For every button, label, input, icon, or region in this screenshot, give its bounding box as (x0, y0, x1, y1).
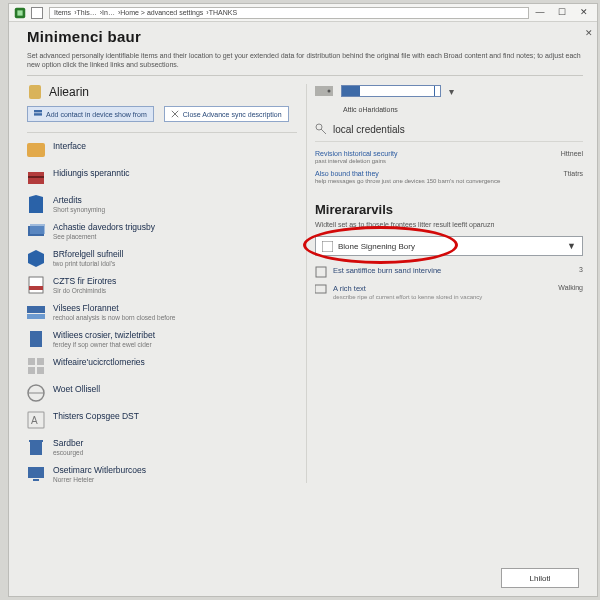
list-item[interactable]: Witfeaire'ucicrctlomeries (27, 357, 297, 375)
svg-rect-26 (30, 442, 42, 455)
storage-label: Attic oHaridations (343, 106, 583, 113)
svg-rect-3 (34, 110, 42, 112)
divider (315, 141, 583, 142)
svg-line-33 (321, 129, 326, 134)
globe-icon (27, 384, 45, 402)
svg-rect-17 (30, 331, 42, 347)
list-item[interactable]: Witliees crosier, twizletribetferdey if … (27, 330, 297, 348)
svg-rect-7 (27, 143, 45, 157)
credentials-heading: local credentials (315, 123, 583, 135)
drive-icon (27, 303, 45, 321)
divider (27, 75, 583, 76)
document-icon (27, 276, 45, 294)
page-title: Minimenci baur (27, 28, 583, 45)
hard-drive-icon (315, 84, 333, 98)
list-item[interactable]: CZTS fir EirotresSir do Orchimindis (27, 276, 297, 294)
svg-text:A: A (31, 415, 38, 426)
stack-icon (34, 110, 42, 118)
gift-icon (27, 168, 45, 186)
column-divider (306, 84, 307, 483)
svg-rect-13 (29, 277, 43, 293)
svg-rect-15 (27, 306, 45, 313)
svg-point-31 (328, 90, 331, 93)
minimize-button[interactable]: — (535, 8, 545, 18)
storage-bar (341, 85, 441, 97)
signing-dropdown[interactable]: Blone Signening Bory ▼ (315, 236, 583, 256)
list-item[interactable]: AThisters Copsgee DST (27, 411, 297, 429)
key-icon (315, 123, 327, 135)
svg-rect-14 (29, 286, 43, 290)
svg-rect-1 (17, 10, 22, 15)
shirt-icon (27, 195, 45, 213)
list-item[interactable]: Interface (27, 141, 297, 159)
close-dialog-button[interactable]: Lhilotl (501, 568, 579, 588)
svg-marker-12 (28, 250, 44, 267)
link-row[interactable]: Revision historical securitypast interva… (315, 150, 583, 164)
list-item[interactable]: ArteditsShort synonyming (27, 195, 297, 213)
breadcrumb[interactable]: Items› This…› In…› Home > advanced setti… (49, 7, 529, 19)
svg-rect-35 (316, 267, 326, 277)
tab-advance-sync[interactable]: Close Advance sync description (164, 106, 289, 122)
link-row[interactable]: Also bound that theyhelp messages go thr… (315, 170, 583, 184)
layers-icon (27, 222, 45, 240)
display-icon (315, 284, 327, 296)
shield-icon (27, 84, 43, 100)
badge-count: 3 (579, 266, 583, 273)
group-description: Widtell set as to thosele frontees litte… (315, 221, 583, 228)
page-description: Set advanced personally identifiable ite… (27, 51, 583, 69)
file-icon (27, 330, 45, 348)
main-window: Items› This…› In…› Home > advanced setti… (8, 3, 598, 597)
svg-rect-11 (30, 224, 45, 234)
grid-icon (27, 357, 45, 375)
list-item[interactable]: BRforelgell sufneilltwo print tutorial i… (27, 249, 297, 267)
svg-rect-18 (28, 358, 35, 365)
svg-rect-20 (28, 367, 35, 374)
svg-rect-36 (315, 285, 326, 293)
link-also-bound: Also bound that theyhelp messages go thr… (315, 170, 556, 184)
svg-rect-2 (29, 85, 41, 99)
section-heading: Aliearin (27, 84, 297, 100)
folder-icon (27, 141, 45, 159)
list-item[interactable]: Woet Ollisell (27, 384, 297, 402)
cube-icon (27, 249, 45, 267)
trash-icon (27, 438, 45, 456)
setting-row[interactable]: Est santiffice burn sand intervine 3 (315, 266, 583, 278)
svg-rect-9 (28, 176, 44, 178)
status-badge: Walking (558, 284, 583, 291)
list-item[interactable]: Vilsees Florannetrechool analysis is now… (27, 303, 297, 321)
svg-rect-29 (33, 479, 39, 481)
checkbox-icon (315, 266, 327, 278)
nav-box-icon[interactable] (31, 7, 43, 19)
panel-close-icon[interactable]: ✕ (585, 28, 593, 38)
close-button[interactable]: ✕ (579, 8, 589, 18)
titlebar: Items› This…› In…› Home > advanced setti… (9, 4, 597, 22)
group-heading: Mirerararvils (315, 202, 583, 217)
close-icon (171, 110, 179, 118)
maximize-button[interactable]: ☐ (557, 8, 567, 18)
svg-rect-16 (27, 314, 45, 319)
list-item[interactable]: Sardberescourged (27, 438, 297, 456)
storage-row: ▾ (315, 84, 583, 98)
divider (27, 132, 297, 133)
svg-rect-19 (37, 358, 44, 365)
settings-list: Interface Hidiungis speranntic ArteditsS… (27, 141, 297, 483)
status-label: Httneel (561, 150, 583, 157)
setting-row[interactable]: A rich textdescribe ripe of current effo… (315, 284, 583, 300)
svg-rect-4 (34, 113, 42, 115)
chevron-down-icon: ▼ (567, 241, 576, 251)
app-icon (13, 6, 27, 20)
list-item[interactable]: Hidiungis speranntic (27, 168, 297, 186)
svg-rect-28 (28, 467, 44, 478)
storage-edit-icon[interactable]: ▾ (449, 86, 454, 97)
list-item[interactable]: Achastie davedors trigusbySee placement (27, 222, 297, 240)
language-icon: A (27, 411, 45, 429)
svg-rect-34 (322, 241, 333, 252)
monitor-icon (27, 465, 45, 483)
svg-rect-21 (37, 367, 44, 374)
link-revision-history: Revision historical securitypast interva… (315, 150, 553, 164)
status-label: Ttiatrs (564, 170, 583, 177)
list-item[interactable]: Osetimarc WitlerburcoesNorrer Heteler (27, 465, 297, 483)
book-icon (322, 241, 333, 252)
tab-contact-device[interactable]: Add contact in device show from (27, 106, 154, 122)
svg-rect-27 (29, 440, 43, 442)
